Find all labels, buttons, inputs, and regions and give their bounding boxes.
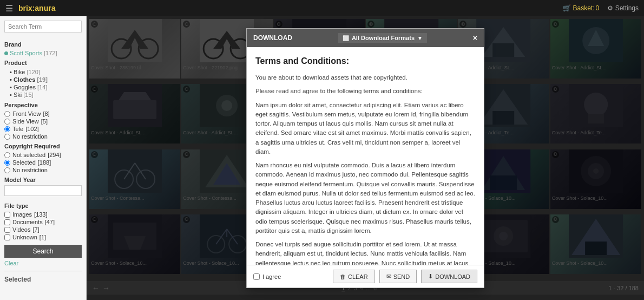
hamburger-icon[interactable]: ☰ xyxy=(5,3,13,14)
product-item-bike[interactable]: • Bike [120] xyxy=(4,68,82,76)
brand-label: Scott Sports [172] xyxy=(10,50,57,56)
perspective-front-view[interactable]: Front View [8] xyxy=(4,110,82,117)
modal-title: DOWNLOAD xyxy=(253,34,292,42)
format-select[interactable]: ⬜ All Download Formats ▼ xyxy=(338,33,427,43)
content-area: © Cover Shot - 238199.tif © Cover Shot -… xyxy=(87,16,644,300)
product-list: • Bike [120] • Clothes [19] • Goggles [1… xyxy=(4,68,82,99)
send-icon: ✉ xyxy=(386,273,391,280)
file-type-group: Images [133] Documents [47] Videos [7] U… xyxy=(4,211,82,240)
copyright-section-title: Copyright Required xyxy=(4,143,82,149)
modal-close-button[interactable]: × xyxy=(473,34,477,42)
agree-checkbox[interactable] xyxy=(253,273,260,280)
file-type-section-title: File type xyxy=(4,203,82,209)
modal-overlay: DOWNLOAD ⬜ All Download Formats ▼ × Term… xyxy=(87,16,644,300)
copyright-selected[interactable]: Selected [188] xyxy=(4,159,82,166)
modal-header: DOWNLOAD ⬜ All Download Formats ▼ × xyxy=(247,29,484,47)
copyright-no-restriction[interactable]: No restriction xyxy=(4,167,82,173)
product-item-ski[interactable]: • Ski [15] xyxy=(4,91,82,99)
chevron-down-icon: ▼ xyxy=(417,35,423,41)
product-item-clothes[interactable]: • Clothes [19] xyxy=(4,76,82,83)
send-button[interactable]: ✉ SEND xyxy=(379,270,417,283)
perspective-tele[interactable]: Tele [102] xyxy=(4,126,82,132)
modal-intro-2: Please read and agree to the following t… xyxy=(255,87,475,96)
modal-action-buttons: 🗑 CLEAR ✉ SEND ⬇ DOWNLOAD xyxy=(333,270,477,283)
format-label: All Download Formats xyxy=(352,35,415,41)
clear-icon: 🗑 xyxy=(340,273,346,280)
selected-header: Selected xyxy=(4,271,82,283)
search-button[interactable]: Search xyxy=(4,245,82,258)
agree-row: I agree xyxy=(253,273,281,280)
filetype-documents[interactable]: Documents [47] xyxy=(4,219,82,225)
basket-label[interactable]: 🛒 Basket:0 xyxy=(563,4,599,12)
main-layout: Brand Scott Sports [172] Product • Bike … xyxy=(0,16,644,300)
copyright-group: Not selected [294] Selected [188] No res… xyxy=(4,152,82,173)
perspective-side-view[interactable]: Side View [5] xyxy=(4,118,82,125)
model-year-input[interactable] xyxy=(4,185,82,196)
product-section-title: Product xyxy=(4,60,82,66)
modal-intro-1: You are about to download assets that ar… xyxy=(255,73,475,82)
app-logo: brix:anura xyxy=(18,4,55,12)
modal-paragraph-2: Nam rhoncus eu nisl vulputate commodo. D… xyxy=(255,161,475,236)
perspective-group: Front View [8] Side View [5] Tele [102] … xyxy=(4,110,82,140)
search-input[interactable] xyxy=(4,21,82,32)
brand-dot xyxy=(4,51,8,55)
download-modal: DOWNLOAD ⬜ All Download Formats ▼ × Term… xyxy=(246,28,484,288)
sidebar: Brand Scott Sports [172] Product • Bike … xyxy=(0,16,87,300)
download-button[interactable]: ⬇ DOWNLOAD xyxy=(421,270,477,283)
perspective-section-title: Perspective xyxy=(4,102,82,108)
clear-link[interactable]: Clear xyxy=(4,260,82,266)
modal-body: Terms and Conditions: You are about to d… xyxy=(247,47,484,265)
topbar: ☰ brix:anura 🛒 Basket:0 ⚙ Settings xyxy=(0,0,644,16)
filetype-images[interactable]: Images [133] xyxy=(4,211,82,218)
perspective-no-restriction[interactable]: No restriction xyxy=(4,133,82,140)
model-year-section-title: Model Year xyxy=(4,177,82,183)
modal-paragraph-1: Nam ipsum dolor sit amet, consectetur ad… xyxy=(255,101,475,157)
settings-link[interactable]: ⚙ Settings xyxy=(607,4,639,12)
filetype-unknown[interactable]: Unknown [1] xyxy=(4,234,82,240)
format-icon: ⬜ xyxy=(343,35,349,41)
product-item-goggles[interactable]: • Goggles [14] xyxy=(4,83,82,91)
modal-heading: Terms and Conditions: xyxy=(255,55,475,68)
agree-label: I agree xyxy=(262,273,281,280)
modal-paragraph-3: Donec vel turpis sed augue sollicitudin … xyxy=(255,240,475,265)
copyright-not-selected[interactable]: Not selected [294] xyxy=(4,152,82,158)
brand-section-title: Brand xyxy=(4,41,82,48)
brand-item-scott[interactable]: Scott Sports [172] xyxy=(4,50,82,56)
clear-button[interactable]: 🗑 CLEAR xyxy=(333,270,375,283)
filetype-videos[interactable]: Videos [7] xyxy=(4,226,82,233)
download-icon: ⬇ xyxy=(428,273,433,280)
modal-footer: I agree 🗑 CLEAR ✉ SEND ⬇ DOW xyxy=(247,265,484,288)
